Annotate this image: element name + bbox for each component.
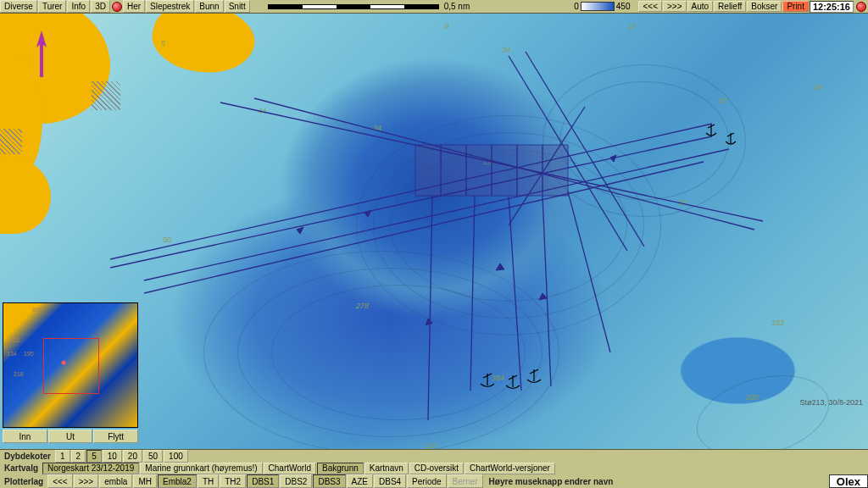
svg-line-11: [144, 162, 704, 293]
dybdekoter-opt-50[interactable]: 50: [143, 450, 163, 463]
row-plotterlag: Plotterlag <<< >>> emblaMHEmbla2THTH2DBS…: [0, 474, 868, 488]
logo: Olex: [829, 474, 868, 488]
minimap[interactable]: 836 222 134 195 218: [3, 302, 138, 428]
plotterlag-layer-aze[interactable]: AZE: [347, 474, 373, 488]
minimap-depth: 195: [24, 351, 34, 357]
svg-marker-23: [364, 210, 371, 217]
plotterlag-layer-th2[interactable]: TH2: [220, 474, 246, 488]
menu-diverse[interactable]: Diverse: [0, 0, 37, 13]
dybdekoter-opt-10[interactable]: 10: [103, 450, 122, 463]
minimap-zoom-out-button[interactable]: Ut: [48, 430, 93, 443]
land-mass: [146, 14, 262, 85]
svg-line-15: [470, 196, 475, 391]
chart-canvas[interactable]: 5 9 12 34 39 44 34 57 19 50 278 26 110 1…: [0, 14, 868, 449]
plotterlag-next-button[interactable]: >>>: [74, 474, 99, 488]
menu-3d[interactable]: 3D: [91, 0, 110, 13]
clock: 12:25:16: [810, 1, 854, 13]
row-kartvalg: Kartvalg Norgeskart 23/12-2019 Marine gr…: [0, 463, 868, 475]
kartvalg-label: Kartvalg: [0, 463, 42, 475]
plotterlag-layer-dbs1[interactable]: DBS1: [247, 474, 279, 488]
plotterlag-layer-embla[interactable]: embla: [99, 474, 132, 488]
dybdekoter-opt-20[interactable]: 20: [123, 450, 142, 463]
kartvalg-cd-button[interactable]: CD-oversikt: [409, 463, 464, 475]
kartvalg-cwver-button[interactable]: ChartWorld-versjoner: [465, 463, 555, 475]
kartvalg-bakgrunn-button[interactable]: Bakgrunn: [317, 463, 364, 475]
plotterlag-layer-mh[interactable]: MH: [133, 474, 157, 488]
depth-reading: 19: [483, 158, 492, 166]
svg-line-20: [526, 52, 644, 247]
kartvalg-marine-button[interactable]: Marine grunnkart (høyremus!): [140, 463, 262, 475]
plotterlag-berner-button[interactable]: Berner: [448, 474, 483, 488]
compass-rose-icon: [30, 30, 53, 81]
minimap-move-button[interactable]: Flytt: [93, 430, 138, 443]
depth-reading: 12: [627, 22, 636, 30]
depth-reading: 44: [258, 107, 266, 115]
depth-reading: 57: [719, 97, 727, 105]
minimap-panel: 836 222 134 195 218 Inn Ut Flytt: [3, 302, 138, 446]
dybdekoter-opt-100[interactable]: 100: [164, 450, 188, 463]
svg-marker-25: [426, 319, 432, 325]
depth-reading: 384: [492, 374, 504, 382]
dybdekoter-opt-5[interactable]: 5: [86, 450, 102, 463]
svg-line-16: [509, 196, 521, 391]
dybdekoter-opt-1[interactable]: 1: [55, 450, 70, 463]
depth-reading: 110: [424, 441, 437, 449]
minimap-depth: 134: [7, 351, 17, 357]
svg-line-10: [144, 149, 729, 280]
menu-snitt[interactable]: Snitt: [225, 0, 250, 13]
depth-reading: 34: [373, 124, 381, 132]
svg-marker-24: [496, 263, 504, 270]
plotterlag-layer-dbs3[interactable]: DBS3: [313, 474, 345, 488]
plotterlag-label: Plotterlag: [0, 474, 47, 488]
depth-reading: 9: [444, 22, 448, 30]
corner-info: Stø213, 30/8-2021: [799, 398, 863, 407]
svg-line-9: [110, 136, 712, 268]
plotterlag-layer-embla2[interactable]: Embla2: [158, 474, 197, 488]
scale-label: 0,5 nm: [444, 2, 470, 11]
menu-turer[interactable]: Turer: [38, 0, 67, 13]
plotterlag-hint: Høyre museknapp endrer navn: [484, 474, 619, 488]
bokser-button[interactable]: Bokser: [747, 1, 782, 12]
topbar: Diverse Turer Info 3D Her Slepestrek Bun…: [0, 0, 868, 14]
kartvalg-norgeskart-button[interactable]: Norgeskart 23/12-2019: [42, 463, 139, 475]
depth-reading: 39: [814, 83, 822, 92]
dybdekoter-opt-2[interactable]: 2: [71, 450, 86, 463]
svg-line-18: [568, 191, 610, 352]
menu-bunn[interactable]: Bunn: [195, 0, 223, 13]
auto-button[interactable]: Auto: [687, 1, 714, 12]
minimap-depth: 222: [10, 337, 20, 343]
plotterlag-periode-button[interactable]: Periode: [407, 474, 446, 488]
land-mass: [0, 158, 51, 234]
plotterlag-prev-button[interactable]: <<<: [47, 474, 73, 488]
print-button[interactable]: Print: [782, 1, 809, 12]
depth-reading: 50: [163, 236, 171, 244]
depth-reading: 153: [771, 319, 784, 327]
svg-marker-22: [297, 227, 303, 234]
svg-marker-26: [539, 293, 547, 300]
row-dybdekoter: Dybdekoter 125102050100: [0, 450, 868, 463]
plotterlag-layer-dbs4[interactable]: DBS4: [374, 474, 406, 488]
menu-her[interactable]: Her: [123, 0, 145, 13]
svg-line-19: [509, 56, 627, 251]
plotterlag-layer-th[interactable]: TH: [198, 474, 219, 488]
menu-slepestrek[interactable]: Slepestrek: [146, 0, 194, 13]
depth-next-button[interactable]: >>>: [663, 1, 687, 12]
relieff-button[interactable]: Relieff: [714, 1, 746, 12]
kartvalg-chartworld-button[interactable]: ChartWorld: [264, 463, 316, 475]
depth-reading: 26: [678, 198, 687, 207]
minimap-zoom-in-button[interactable]: Inn: [3, 430, 47, 443]
svg-line-17: [542, 196, 551, 386]
record-indicator-icon: [112, 2, 122, 12]
kartvalg-kartnavn-button[interactable]: Kartnavn: [364, 463, 409, 475]
menu-info[interactable]: Info: [67, 0, 90, 13]
svg-rect-2: [415, 145, 568, 196]
depth-max: 450: [616, 2, 631, 11]
plotterlag-layer-dbs2[interactable]: DBS2: [280, 474, 312, 488]
minimap-depth: 836: [32, 307, 42, 313]
svg-line-14: [428, 196, 432, 420]
depth-reading: 200: [746, 393, 759, 402]
shoal-hatch: [0, 129, 22, 154]
depth-min: 0: [574, 2, 579, 11]
depth-prev-button[interactable]: <<<: [638, 1, 662, 12]
svg-line-21: [509, 107, 585, 225]
